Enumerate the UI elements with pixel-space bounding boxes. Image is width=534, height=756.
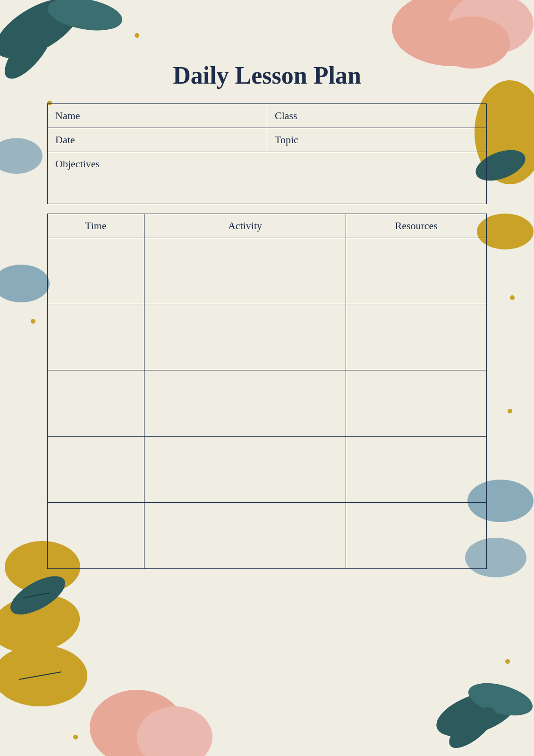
svg-point-30 [505, 659, 510, 664]
svg-point-3 [392, 0, 515, 66]
time-cell [48, 304, 144, 370]
resources-cell [346, 304, 487, 370]
table-header-row: Time Activity Resources [48, 214, 487, 238]
activity-cell [144, 304, 346, 370]
page-title: Daily Lesson Plan [47, 61, 487, 89]
objectives-label: Objectives [55, 158, 479, 170]
header-activity: Activity [144, 214, 346, 238]
svg-point-26 [31, 319, 35, 324]
time-cell [48, 370, 144, 437]
resources-cell [346, 370, 487, 437]
svg-point-24 [135, 33, 139, 38]
svg-point-29 [508, 409, 512, 413]
svg-point-27 [505, 80, 510, 85]
table-row [48, 370, 487, 437]
activity-cell [144, 503, 346, 569]
resources-cell [346, 503, 487, 569]
form-section: Name Class Date Topic [47, 103, 487, 152]
page: Daily Lesson Plan Name Class Date Topic … [0, 0, 534, 756]
svg-point-6 [0, 138, 42, 174]
svg-point-0 [0, 0, 89, 70]
svg-point-5 [434, 17, 510, 69]
svg-point-22 [90, 690, 184, 756]
name-label: Name [48, 104, 267, 128]
activity-cell [144, 370, 346, 437]
objectives-section: Objectives [47, 152, 487, 204]
activity-cell [144, 238, 346, 304]
activity-cell [144, 437, 346, 503]
svg-point-4 [449, 0, 534, 54]
svg-point-32 [73, 735, 78, 739]
svg-point-21 [443, 700, 501, 755]
date-topic-row: Date Topic [48, 128, 486, 152]
header-resources: Resources [346, 214, 487, 238]
name-class-row: Name Class [48, 104, 486, 128]
time-cell [48, 503, 144, 569]
header-time: Time [48, 214, 144, 238]
time-cell [48, 437, 144, 503]
svg-point-23 [137, 706, 212, 756]
svg-point-31 [26, 697, 31, 702]
table-row [48, 503, 487, 569]
svg-point-1 [45, 0, 125, 35]
svg-point-28 [510, 295, 515, 300]
svg-point-7 [0, 265, 50, 302]
resources-cell [346, 238, 487, 304]
table-row [48, 304, 487, 370]
main-content: Daily Lesson Plan Name Class Date Topic … [47, 61, 487, 699]
time-cell [48, 238, 144, 304]
table-row [48, 437, 487, 503]
topic-label: Topic [267, 128, 486, 152]
resources-cell [346, 437, 487, 503]
table-row [48, 238, 487, 304]
date-label: Date [48, 128, 267, 152]
schedule-table: Time Activity Resources [47, 214, 487, 569]
class-label: Class [267, 104, 486, 128]
svg-line-14 [24, 593, 50, 598]
